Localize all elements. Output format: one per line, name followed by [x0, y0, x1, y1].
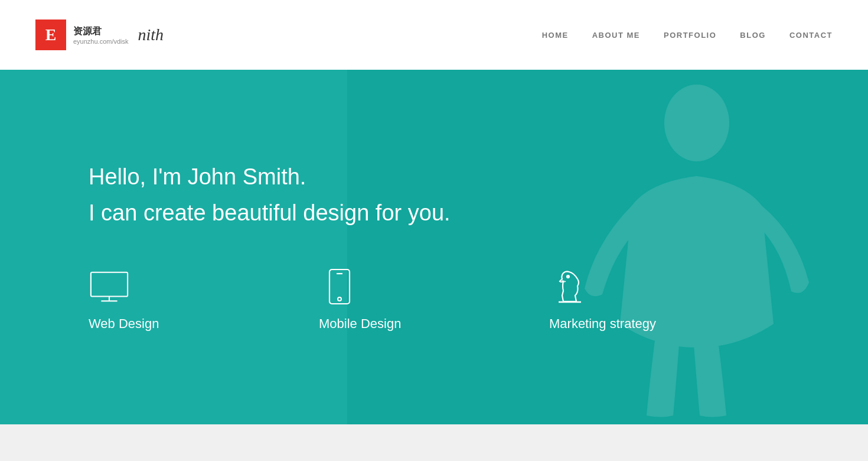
service-web-label: Web Design	[89, 316, 159, 332]
logo-url: eyunzhu.com/vdisk	[73, 38, 129, 45]
services-row: Web Design Mobile Design	[89, 269, 779, 332]
header: E 资源君 eyunzhu.com/vdisk nith HOME ABOUT …	[0, 0, 868, 70]
nav-contact[interactable]: CONTACT	[789, 31, 833, 40]
service-mobile-label: Mobile Design	[319, 316, 401, 332]
logo-area: E 资源君 eyunzhu.com/vdisk nith	[35, 20, 164, 50]
hero-title-line1: Hello, I'm John Smith.	[89, 163, 779, 191]
svg-point-6	[338, 297, 341, 301]
service-mobile-design: Mobile Design	[319, 269, 549, 332]
monitor-icon	[89, 269, 130, 304]
logo-brand: nith	[138, 25, 164, 44]
logo-text-area: 资源君 eyunzhu.com/vdisk	[73, 25, 129, 45]
nav-about[interactable]: ABOUT ME	[592, 31, 640, 40]
bottom-section	[0, 424, 868, 461]
svg-point-8	[567, 275, 569, 278]
nav-portfolio[interactable]: PORTFOLIO	[664, 31, 716, 40]
svg-rect-1	[91, 272, 128, 297]
hero-content: Hello, I'm John Smith. I can create beau…	[89, 163, 779, 332]
main-nav: HOME ABOUT ME PORTFOLIO BLOG CONTACT	[542, 31, 833, 40]
service-marketing: Marketing strategy	[549, 269, 779, 332]
hero-section: Hello, I'm John Smith. I can create beau…	[0, 70, 868, 424]
hero-title-line2: I can create beautiful design for you.	[89, 199, 779, 228]
logo-letter: E	[45, 25, 57, 44]
svg-point-0	[664, 85, 729, 161]
logo-box: E	[35, 20, 66, 50]
nav-blog[interactable]: BLOG	[740, 31, 766, 40]
svg-rect-4	[329, 270, 350, 304]
chess-knight-icon	[549, 269, 590, 304]
mobile-icon	[319, 269, 360, 304]
service-marketing-label: Marketing strategy	[549, 316, 656, 332]
logo-chinese: 资源君	[73, 25, 129, 38]
nav-home[interactable]: HOME	[542, 31, 569, 40]
service-web-design: Web Design	[89, 269, 319, 332]
